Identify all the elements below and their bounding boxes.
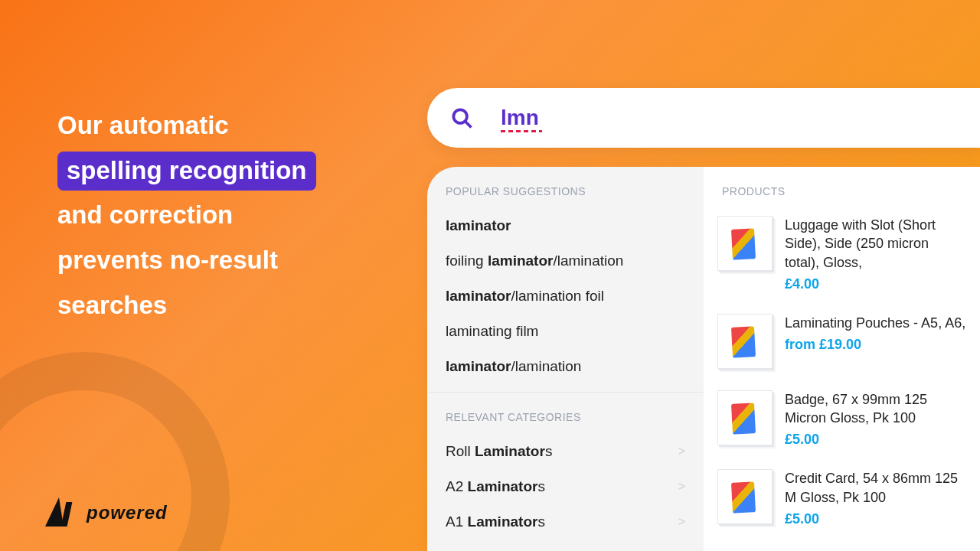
suggestion-item[interactable]: laminator/lamination foil xyxy=(427,279,704,314)
spellcheck-underline-icon xyxy=(501,130,542,132)
product-title: Credit Card, 54 x 86mm 125 M Gloss, Pk 1… xyxy=(785,469,966,507)
headline-line4: prevents no-result xyxy=(57,246,278,274)
suggestion-item[interactable]: laminator xyxy=(427,208,704,243)
svg-point-0 xyxy=(453,109,467,123)
product-price: £4.00 xyxy=(785,276,966,292)
category-item-label: A2 Laminators xyxy=(446,478,545,495)
product-title: Badge, 67 x 99mm 125 Micron Gloss, Pk 10… xyxy=(785,390,966,428)
products-label: PRODUCTS xyxy=(704,185,980,208)
product-title: Laminating Pouches - A5, A6, xyxy=(785,314,966,332)
category-item[interactable]: A1 Laminators> xyxy=(427,504,704,540)
suggestions-column: POPULAR SUGGESTIONS laminatorfoiling lam… xyxy=(427,167,704,551)
headline-highlight: spelling recognition xyxy=(57,152,316,191)
product-item[interactable]: Luggage with Slot (Short Side), Side (25… xyxy=(704,208,980,306)
category-item-label: A1 Laminators xyxy=(446,514,545,530)
product-thumbnail xyxy=(717,216,773,271)
category-item-label: Roll Laminators xyxy=(446,443,552,460)
search-input[interactable] xyxy=(501,106,654,130)
category-item[interactable]: Roll Laminators> xyxy=(427,434,704,469)
products-column: PRODUCTS Luggage with Slot (Short Side),… xyxy=(704,167,980,551)
product-price: from £19.00 xyxy=(785,337,966,353)
ai-powered-badge: powered xyxy=(42,497,168,528)
product-thumbnail xyxy=(717,469,773,524)
headline: Our automatic spelling recognition and c… xyxy=(57,103,387,328)
product-item[interactable]: Credit Card, 54 x 86mm 125 M Gloss, Pk 1… xyxy=(704,461,980,541)
search-bar[interactable] xyxy=(427,88,980,148)
chevron-right-icon: > xyxy=(678,445,685,458)
category-item[interactable]: A2 Laminators> xyxy=(427,469,704,504)
ai-logo-icon xyxy=(42,497,79,528)
svg-line-1 xyxy=(466,122,472,128)
chevron-right-icon: > xyxy=(678,515,685,529)
product-price: £5.00 xyxy=(785,432,966,448)
product-item[interactable]: Badge, 67 x 99mm 125 Micron Gloss, Pk 10… xyxy=(704,383,980,462)
popular-suggestions-label: POPULAR SUGGESTIONS xyxy=(427,167,704,208)
product-thumbnail xyxy=(717,314,773,369)
product-thumbnail xyxy=(717,390,773,445)
headline-line5: searches xyxy=(57,291,167,319)
ai-powered-text: powered xyxy=(87,502,168,523)
suggestion-panel: POPULAR SUGGESTIONS laminatorfoiling lam… xyxy=(427,167,980,551)
suggestion-item[interactable]: laminator/lamination xyxy=(427,349,704,384)
product-item[interactable]: Laminating Pouches - A5, A6, from £19.00 xyxy=(704,306,980,383)
suggestion-item[interactable]: laminating film xyxy=(427,314,704,349)
search-icon xyxy=(450,106,473,129)
chevron-right-icon: > xyxy=(678,480,685,494)
suggestion-item[interactable]: foiling laminator/lamination xyxy=(427,243,704,279)
headline-line1: Our automatic xyxy=(57,111,229,139)
headline-line3: and correction xyxy=(57,201,233,229)
relevant-categories-label: RELEVANT CATEGORIES xyxy=(427,393,704,434)
product-title: Luggage with Slot (Short Side), Side (25… xyxy=(785,216,966,272)
product-price: £5.00 xyxy=(785,511,966,527)
